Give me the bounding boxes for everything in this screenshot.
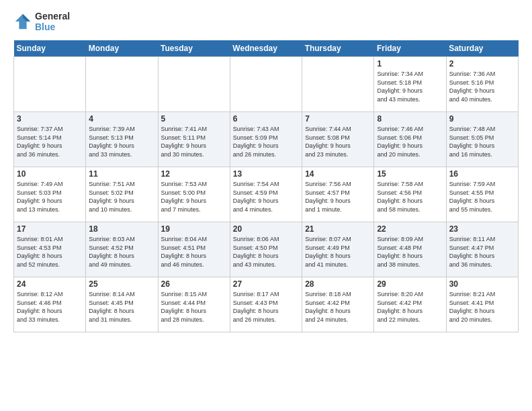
col-header-thursday: Thursday [302, 40, 374, 57]
day-cell: 6Sunrise: 7:43 AM Sunset: 5:09 PM Daylig… [230, 112, 302, 167]
day-info: Sunrise: 7:39 AM Sunset: 5:13 PM Dayligh… [89, 125, 154, 158]
day-number: 23 [449, 224, 515, 234]
day-info: Sunrise: 8:03 AM Sunset: 4:52 PM Dayligh… [89, 235, 154, 269]
day-info: Sunrise: 7:59 AM Sunset: 4:55 PM Dayligh… [449, 180, 515, 214]
day-number: 25 [89, 279, 154, 289]
day-info: Sunrise: 7:41 AM Sunset: 5:11 PM Dayligh… [161, 125, 227, 158]
day-number: 3 [17, 114, 83, 124]
day-cell [158, 57, 230, 112]
day-cell: 22Sunrise: 8:09 AM Sunset: 4:48 PM Dayli… [374, 222, 446, 277]
day-number: 4 [89, 114, 154, 124]
day-cell: 18Sunrise: 8:03 AM Sunset: 4:52 PM Dayli… [86, 222, 158, 277]
day-info: Sunrise: 7:51 AM Sunset: 5:02 PM Dayligh… [89, 180, 154, 214]
col-header-wednesday: Wednesday [230, 40, 302, 57]
day-number: 18 [89, 224, 154, 234]
day-number: 26 [161, 279, 227, 289]
day-number: 10 [17, 169, 83, 179]
day-number: 19 [161, 224, 227, 234]
day-number: 2 [449, 59, 515, 68]
day-info: Sunrise: 8:09 AM Sunset: 4:48 PM Dayligh… [377, 235, 443, 269]
day-info: Sunrise: 7:36 AM Sunset: 5:16 PM Dayligh… [449, 70, 515, 103]
day-cell: 17Sunrise: 8:01 AM Sunset: 4:53 PM Dayli… [14, 222, 86, 277]
day-cell: 3Sunrise: 7:37 AM Sunset: 5:14 PM Daylig… [14, 112, 86, 167]
day-cell: 29Sunrise: 8:20 AM Sunset: 4:42 PM Dayli… [374, 277, 446, 332]
day-cell: 9Sunrise: 7:48 AM Sunset: 5:05 PM Daylig… [446, 112, 518, 167]
day-number: 24 [17, 279, 83, 289]
day-info: Sunrise: 7:34 AM Sunset: 5:18 PM Dayligh… [377, 70, 443, 103]
day-number: 22 [377, 224, 443, 234]
day-cell: 1Sunrise: 7:34 AM Sunset: 5:18 PM Daylig… [374, 57, 446, 112]
day-cell [230, 57, 302, 112]
week-row-4: 17Sunrise: 8:01 AM Sunset: 4:53 PM Dayli… [14, 222, 519, 277]
day-number: 17 [17, 224, 83, 234]
logo-icon [13, 12, 32, 31]
week-row-1: 1Sunrise: 7:34 AM Sunset: 5:18 PM Daylig… [14, 57, 519, 112]
logo-text: General Blue [35, 11, 70, 32]
day-cell: 27Sunrise: 8:17 AM Sunset: 4:43 PM Dayli… [230, 277, 302, 332]
week-row-5: 24Sunrise: 8:12 AM Sunset: 4:46 PM Dayli… [14, 277, 519, 332]
day-info: Sunrise: 7:58 AM Sunset: 4:56 PM Dayligh… [377, 180, 443, 214]
day-info: Sunrise: 7:53 AM Sunset: 5:00 PM Dayligh… [161, 180, 227, 214]
day-number: 27 [233, 279, 299, 289]
day-info: Sunrise: 7:48 AM Sunset: 5:05 PM Dayligh… [449, 125, 515, 158]
day-cell: 23Sunrise: 8:11 AM Sunset: 4:47 PM Dayli… [446, 222, 518, 277]
day-cell: 2Sunrise: 7:36 AM Sunset: 5:16 PM Daylig… [446, 57, 518, 112]
page-container: General Blue SundayMondayTuesdayWednesda… [0, 0, 532, 339]
header-row: SundayMondayTuesdayWednesdayThursdayFrid… [14, 40, 519, 57]
day-cell: 21Sunrise: 8:07 AM Sunset: 4:49 PM Dayli… [302, 222, 374, 277]
day-info: Sunrise: 8:01 AM Sunset: 4:53 PM Dayligh… [17, 235, 83, 269]
day-number: 20 [233, 224, 299, 234]
week-row-3: 10Sunrise: 7:49 AM Sunset: 5:03 PM Dayli… [14, 167, 519, 222]
day-info: Sunrise: 8:14 AM Sunset: 4:45 PM Dayligh… [89, 290, 154, 324]
day-cell: 20Sunrise: 8:06 AM Sunset: 4:50 PM Dayli… [230, 222, 302, 277]
day-number: 11 [89, 169, 154, 179]
day-number: 1 [377, 59, 443, 68]
day-number: 29 [377, 279, 443, 289]
day-cell: 25Sunrise: 8:14 AM Sunset: 4:45 PM Dayli… [86, 277, 158, 332]
day-info: Sunrise: 8:17 AM Sunset: 4:43 PM Dayligh… [233, 290, 299, 324]
day-number: 7 [305, 114, 371, 124]
day-cell: 24Sunrise: 8:12 AM Sunset: 4:46 PM Dayli… [14, 277, 86, 332]
day-cell: 7Sunrise: 7:44 AM Sunset: 5:08 PM Daylig… [302, 112, 374, 167]
logo: General Blue [13, 11, 70, 32]
day-info: Sunrise: 7:49 AM Sunset: 5:03 PM Dayligh… [17, 180, 83, 214]
day-number: 6 [233, 114, 299, 124]
day-info: Sunrise: 8:18 AM Sunset: 4:42 PM Dayligh… [305, 290, 371, 324]
day-info: Sunrise: 7:37 AM Sunset: 5:14 PM Dayligh… [17, 125, 83, 158]
day-cell: 12Sunrise: 7:53 AM Sunset: 5:00 PM Dayli… [158, 167, 230, 222]
day-number: 28 [305, 279, 371, 289]
day-number: 15 [377, 169, 443, 179]
day-info: Sunrise: 8:06 AM Sunset: 4:50 PM Dayligh… [233, 235, 299, 269]
day-cell [14, 57, 86, 112]
col-header-tuesday: Tuesday [158, 40, 230, 57]
day-cell: 5Sunrise: 7:41 AM Sunset: 5:11 PM Daylig… [158, 112, 230, 167]
day-info: Sunrise: 8:04 AM Sunset: 4:51 PM Dayligh… [161, 235, 227, 269]
col-header-friday: Friday [374, 40, 446, 57]
col-header-monday: Monday [86, 40, 158, 57]
day-cell: 19Sunrise: 8:04 AM Sunset: 4:51 PM Dayli… [158, 222, 230, 277]
day-info: Sunrise: 7:46 AM Sunset: 5:06 PM Dayligh… [377, 125, 443, 158]
day-number: 16 [449, 169, 515, 179]
day-info: Sunrise: 7:44 AM Sunset: 5:08 PM Dayligh… [305, 125, 371, 158]
day-info: Sunrise: 7:43 AM Sunset: 5:09 PM Dayligh… [233, 125, 299, 158]
day-info: Sunrise: 8:21 AM Sunset: 4:41 PM Dayligh… [449, 290, 515, 324]
day-cell [86, 57, 158, 112]
day-info: Sunrise: 7:56 AM Sunset: 4:57 PM Dayligh… [305, 180, 371, 214]
day-number: 8 [377, 114, 443, 124]
day-cell: 16Sunrise: 7:59 AM Sunset: 4:55 PM Dayli… [446, 167, 518, 222]
day-cell: 28Sunrise: 8:18 AM Sunset: 4:42 PM Dayli… [302, 277, 374, 332]
day-cell: 26Sunrise: 8:15 AM Sunset: 4:44 PM Dayli… [158, 277, 230, 332]
day-cell [302, 57, 374, 112]
day-info: Sunrise: 7:54 AM Sunset: 4:59 PM Dayligh… [233, 180, 299, 214]
day-cell: 10Sunrise: 7:49 AM Sunset: 5:03 PM Dayli… [14, 167, 86, 222]
day-number: 13 [233, 169, 299, 179]
day-number: 21 [305, 224, 371, 234]
week-row-2: 3Sunrise: 7:37 AM Sunset: 5:14 PM Daylig… [14, 112, 519, 167]
col-header-saturday: Saturday [446, 40, 518, 57]
day-number: 9 [449, 114, 515, 124]
day-info: Sunrise: 8:07 AM Sunset: 4:49 PM Dayligh… [305, 235, 371, 269]
day-info: Sunrise: 8:12 AM Sunset: 4:46 PM Dayligh… [17, 290, 83, 324]
calendar-table: SundayMondayTuesdayWednesdayThursdayFrid… [13, 40, 519, 332]
day-info: Sunrise: 8:15 AM Sunset: 4:44 PM Dayligh… [161, 290, 227, 324]
header: General Blue [13, 11, 519, 32]
